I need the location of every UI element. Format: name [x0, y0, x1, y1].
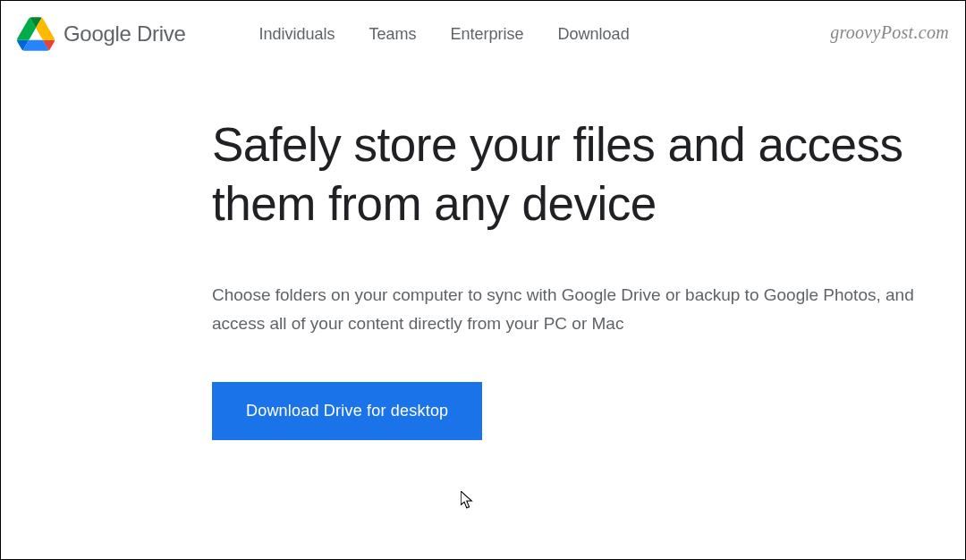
nav-teams[interactable]: Teams [369, 25, 417, 44]
google-drive-icon [17, 17, 55, 51]
nav-enterprise[interactable]: Enterprise [451, 25, 524, 44]
logo-google-word: Google [64, 21, 131, 46]
page-subtext: Choose folders on your computer to sync … [212, 281, 928, 337]
main-content: Safely store your files and access them … [1, 67, 965, 440]
top-nav: Individuals Teams Enterprise Download [258, 25, 629, 44]
watermark: groovyPost.com [830, 22, 949, 43]
header: Google Drive Individuals Teams Enterpris… [1, 1, 965, 67]
logo[interactable]: Google Drive [17, 17, 185, 51]
logo-text: Google Drive [64, 21, 185, 47]
nav-download[interactable]: Download [558, 25, 630, 44]
cursor-icon [461, 491, 477, 511]
page-headline: Safely store your files and access them … [212, 115, 929, 233]
logo-drive-word: Drive [131, 21, 186, 46]
nav-individuals[interactable]: Individuals [258, 25, 335, 44]
download-drive-button[interactable]: Download Drive for desktop [212, 382, 482, 440]
